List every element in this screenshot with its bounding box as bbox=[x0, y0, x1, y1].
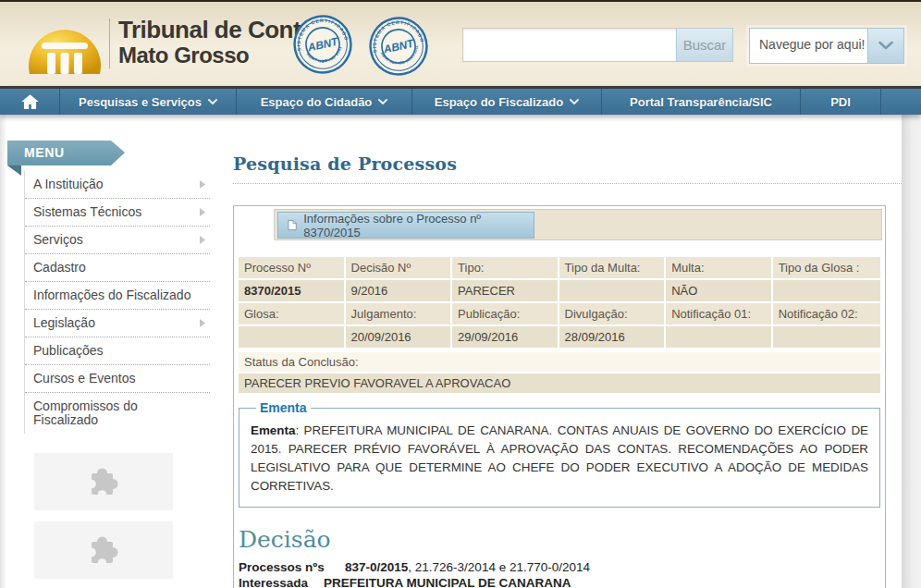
table-value-cell: 8370/2015 bbox=[239, 280, 344, 301]
tce-dome-logo-icon[interactable] bbox=[26, 7, 104, 80]
page-right-shadow bbox=[902, 115, 921, 588]
decision-line-interessada: Interessada PREFEITURA MUNICIPAL DE CANA… bbox=[239, 576, 882, 588]
submenu-arrow-icon bbox=[200, 319, 205, 327]
sidebar-item-servicos[interactable]: Serviços bbox=[25, 227, 210, 254]
sidebar-item-label: Informações do Fiscalizado bbox=[33, 288, 190, 302]
chevron-down-icon bbox=[570, 99, 579, 104]
ementa-text: Ementa: PREFEITURA MUNICIPAL DE CANARANA… bbox=[251, 422, 868, 496]
table-row: 8370/2015 9/2016 PARECER NÃO bbox=[239, 280, 880, 301]
abnt-seal-iso50001-icon: SISTEMA CERTIFICADO ABNT NBR ISO 50001:2… bbox=[362, 7, 436, 85]
table-row: Glosa: Julgamento: Publicação: Divulgaçã… bbox=[239, 303, 880, 325]
sidebar-item-label: Sistemas Técnicos bbox=[33, 204, 141, 219]
table-header-cell: Julgamento: bbox=[346, 303, 451, 325]
status-label: Status da Conclusão: bbox=[239, 352, 880, 372]
search-input[interactable] bbox=[462, 28, 676, 62]
nav-pesquisas-e-servicos[interactable]: Pesquisas e Serviços bbox=[59, 89, 236, 115]
sidebar-item-label: Cursos e Eventos bbox=[33, 371, 136, 386]
tab-strip: Informações sobre o Processo nº 8370/201… bbox=[274, 209, 882, 240]
ementa-fieldset: Ementa Ementa: PREFEITURA MUNICIPAL DE C… bbox=[239, 400, 880, 508]
nav-item-label: Espaço do Cidadão bbox=[261, 95, 373, 109]
chevron-down-icon bbox=[878, 42, 893, 50]
sidebar-item-a-instituicao[interactable]: A Instituição bbox=[25, 171, 210, 199]
table-header-cell: Tipo da Multa: bbox=[559, 257, 665, 278]
submenu-arrow-icon bbox=[200, 180, 205, 189]
sidebar-item-compromissos-do-fiscalizado[interactable]: Compromissos do Fiscalizado bbox=[25, 393, 210, 434]
puzzle-icon bbox=[85, 532, 122, 569]
ementa-text-body: : PREFEITURA MUNICIPAL DE CANARANA. CONT… bbox=[251, 423, 868, 493]
chevron-down-icon bbox=[378, 99, 387, 104]
decision-line-value: , 21.726-3/2014 e 21.770-0/2014 bbox=[408, 560, 590, 574]
status-value: PARECER PREVIO FAVORAVEL A APROVACAO bbox=[239, 374, 880, 393]
page-left-shadow bbox=[0, 115, 6, 588]
table-value-cell: 29/09/2016 bbox=[452, 326, 558, 348]
table-header-cell: Processo Nº bbox=[239, 257, 344, 278]
table-header-cell: Multa: bbox=[666, 257, 771, 278]
nav-filler bbox=[880, 89, 921, 115]
table-header-cell: Notificação 02: bbox=[773, 303, 880, 325]
decision-line-label: Processos nºs bbox=[239, 560, 345, 575]
document-icon bbox=[288, 219, 297, 231]
sidebar-menu: A Instituição Sistemas Técnicos Serviços… bbox=[24, 171, 210, 434]
dropdown-chevron-button[interactable] bbox=[867, 29, 903, 63]
table-value-cell: PARECER bbox=[452, 280, 558, 301]
menu-banner-label: MENU bbox=[7, 141, 125, 165]
nav-espaco-do-fiscalizado[interactable]: Espaço do Fiscalizado bbox=[411, 89, 601, 115]
sidebar-item-label: A Instituição bbox=[33, 177, 104, 191]
sidebar-banner-placeholder-1[interactable] bbox=[34, 453, 173, 510]
page-root: Tribunal de Contas Mato Grosso SISTEMA C… bbox=[0, 0, 921, 588]
sidebar-item-publicacoes[interactable]: Publicações bbox=[25, 337, 210, 365]
table-header-cell: Decisão Nº bbox=[346, 257, 451, 278]
table-row: Processo Nº Decisão Nº Tipo: Tipo da Mul… bbox=[239, 257, 880, 278]
table-header-cell: Tipo: bbox=[452, 257, 558, 278]
table-value-cell bbox=[559, 280, 665, 301]
sidebar-item-sistemas-tecnicos[interactable]: Sistemas Técnicos bbox=[25, 199, 210, 227]
submenu-arrow-icon bbox=[200, 236, 205, 244]
home-icon bbox=[20, 93, 40, 110]
table-value-cell: NÃO bbox=[666, 280, 771, 301]
sidebar-item-label: Compromissos do Fiscalizado bbox=[33, 398, 138, 427]
decision-line-value: PREFEITURA MUNICIPAL DE CANARANA bbox=[324, 576, 571, 588]
table-header-cell: Divulgação: bbox=[559, 303, 665, 325]
site-search: Buscar bbox=[462, 28, 733, 62]
process-panel: Informações sobre o Processo nº 8370/201… bbox=[233, 205, 886, 588]
sidebar-item-cursos-e-eventos[interactable]: Cursos e Eventos bbox=[25, 365, 210, 393]
tab-process-info[interactable]: Informações sobre o Processo nº 8370/201… bbox=[277, 212, 534, 239]
sidebar-item-label: Serviços bbox=[33, 232, 83, 247]
sidebar-banner-placeholder-2[interactable] bbox=[34, 521, 173, 579]
sidebar-item-informacoes-do-fiscalizado[interactable]: Informações do Fiscalizado bbox=[25, 282, 210, 310]
decision-lines: Processos nºs 837-0/2015, 21.726-3/2014 … bbox=[239, 560, 882, 588]
nav-home[interactable] bbox=[0, 89, 59, 115]
process-table: Processo Nº Decisão Nº Tipo: Tipo da Mul… bbox=[237, 255, 882, 349]
nav-espaco-do-cidadao[interactable]: Espaço do Cidadão bbox=[236, 89, 411, 115]
menu-banner: MENU bbox=[7, 141, 125, 165]
table-value-cell bbox=[666, 326, 771, 348]
sidebar-item-label: Legislação bbox=[33, 315, 95, 330]
sidebar-item-label: Publicações bbox=[33, 343, 104, 358]
nav-item-label: PDI bbox=[830, 95, 851, 109]
sidebar-item-legislacao[interactable]: Legislação bbox=[25, 310, 210, 337]
nav-item-label: Pesquisas e Serviços bbox=[79, 95, 202, 109]
nav-pdi[interactable]: PDI bbox=[800, 89, 880, 115]
submenu-arrow-icon bbox=[200, 208, 205, 216]
table-header-cell: Notificação 01: bbox=[666, 303, 771, 325]
tab-label: Informações sobre o Processo nº 8370/201… bbox=[303, 212, 524, 239]
table-value-cell: 9/2016 bbox=[346, 280, 451, 301]
navigate-dropdown[interactable]: Navegue por aqui! bbox=[749, 28, 904, 64]
table-row: 20/09/2016 29/09/2016 28/09/2016 bbox=[239, 326, 880, 348]
chevron-down-icon bbox=[208, 99, 217, 104]
table-value-cell: 20/09/2016 bbox=[346, 326, 451, 348]
decision-line-value: 837-0/2015 bbox=[345, 560, 408, 574]
logo-divider bbox=[109, 18, 110, 68]
main-navbar: Pesquisas e Serviços Espaço do Cidadão E… bbox=[0, 86, 921, 115]
search-button[interactable]: Buscar bbox=[676, 28, 733, 62]
table-header-cell: Tipo da Glosa : bbox=[773, 257, 880, 278]
top-border bbox=[0, 0, 921, 2]
decision-line-processos: Processos nºs 837-0/2015, 21.726-3/2014 … bbox=[239, 560, 882, 575]
site-header: Tribunal de Contas Mato Grosso SISTEMA C… bbox=[0, 0, 921, 87]
table-header-cell: Glosa: bbox=[239, 303, 344, 325]
nav-portal-transparencia[interactable]: Portal Transparência/SIC bbox=[601, 89, 800, 115]
table-value-cell bbox=[773, 326, 880, 348]
sidebar-item-cadastro[interactable]: Cadastro bbox=[25, 254, 210, 282]
ementa-text-label: Ementa bbox=[251, 423, 295, 437]
page-title: Pesquisa de Processos bbox=[233, 153, 457, 174]
